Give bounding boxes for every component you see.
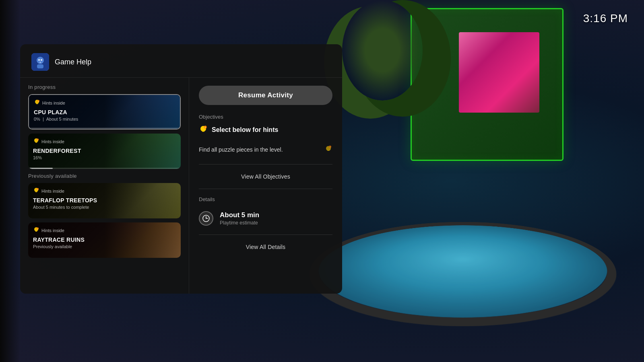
svg-point-1 [37,57,44,64]
renderforest-progress: 16% [33,155,42,160]
svg-rect-15 [35,191,37,192]
hints-badge: + Hints inside [33,226,176,234]
svg-text:+: + [205,126,206,128]
card-content: + Hints inside RENDERFOREST 16% [28,134,181,169]
raytrace-meta: Previously available [33,244,176,249]
system-clock: 3:16 PM [583,12,628,25]
svg-point-4 [41,59,42,61]
renderforest-title: RENDERFOREST [33,148,176,154]
details-section: Details About 5 min Playtime estimate [199,196,332,253]
hint-bulb-icon: + [33,187,39,195]
left-vignette [0,0,20,362]
previously-available-label: Previously available [28,173,181,179]
svg-rect-27 [328,150,330,151]
game-icon [31,53,49,71]
hints-inside-text: Hints inside [41,189,64,193]
activity-card-raytrace[interactable]: + Hints inside RAYTRACE RUINS Previously… [28,222,181,258]
svg-point-3 [38,59,40,61]
objectives-section: Objectives + Select below for hints Find… [199,114,332,183]
objectives-label: Objectives [199,114,332,120]
card-content: + Hints inside CPU PLAZA 0% | About 5 mi… [29,95,180,129]
view-all-details-button[interactable]: View All Details [199,241,332,253]
hints-badge: + Hints inside [33,187,176,195]
divider-view-details [199,234,332,235]
cpu-progress: 0% [34,117,40,121]
svg-rect-5 [39,62,41,63]
raytrace-title: RAYTRACE RUINS [33,237,176,243]
objective-description: Find all puzzle pieces in the level. [199,146,283,153]
cpu-plaza-meta: 0% | About 5 minutes [34,117,175,121]
hints-badge: + Hints inside [34,99,175,107]
panel-body: In progress + [20,78,342,294]
svg-rect-23 [202,131,204,132]
svg-rect-2 [37,64,43,68]
hints-inside-text: Hints inside [42,101,65,105]
cpu-time: About 5 minutes [46,117,78,121]
details-label: Details [199,196,332,202]
select-hints-text: Select below for hints [212,126,278,134]
divider-objectives [199,164,332,165]
activity-card-renderforest[interactable]: + Hints inside RENDERFOREST 16% [28,134,181,169]
teraflop-meta: About 5 minutes to complete [33,205,176,210]
trees-decoration [342,0,423,101]
panel-header: Game Help [20,44,342,78]
cpu-plaza-title: CPU PLAZA [34,109,175,115]
hints-badge: + Hints inside [33,138,176,145]
meta-separator: | [43,117,44,121]
teraflop-title: TERAFLOP TREETOPS [33,197,176,204]
playtime-info: About 5 min Playtime estimate [220,211,259,226]
in-progress-label: In progress [28,84,181,90]
detail-playtime-item: About 5 min Playtime estimate [199,208,332,229]
activity-card-teraflop[interactable]: + Hints inside TERAFLOP TREETOPS About 5… [28,183,181,218]
hints-inside-text: Hints inside [41,139,64,144]
sidebar: In progress + [20,78,189,294]
teraflop-time: About 5 minutes to complete [33,205,89,210]
playtime-label: Playtime estimate [220,220,259,226]
hint-bulb-icon: + [33,138,39,145]
select-hints-row: + Select below for hints [199,125,332,135]
hint-bulb-icon: + [33,226,39,234]
resume-activity-button[interactable]: Resume Activity [199,86,332,105]
activity-card-cpu-plaza[interactable]: + Hints inside CPU PLAZA 0% | About 5 mi… [28,94,181,130]
game-help-panel: Game Help In progress [20,44,342,294]
card-content: + Hints inside TERAFLOP TREETOPS About 5… [28,183,181,218]
objective-hint-button[interactable]: + [324,145,332,154]
panel-title: Game Help [55,58,91,66]
playtime-value: About 5 min [220,211,259,219]
main-content: Resume Activity Objectives + Select belo… [189,78,342,294]
raytrace-status: Previously available [33,244,72,249]
hint-bulb-icon: + [34,99,40,107]
hints-inside-text: Hints inside [41,228,64,233]
renderforest-meta: 16% [33,155,176,160]
svg-rect-19 [35,231,37,232]
svg-rect-7 [36,103,38,104]
pink-screen [459,32,539,113]
objective-row: Find all puzzle pieces in the level. + [199,141,332,158]
divider-details [199,189,332,189]
svg-rect-11 [35,142,37,143]
view-all-objectives-button[interactable]: View All Objectives [199,170,332,183]
card-content: + Hints inside RAYTRACE RUINS Previously… [28,222,181,258]
select-hints-icon: + [199,125,208,135]
clock-icon [199,211,213,226]
